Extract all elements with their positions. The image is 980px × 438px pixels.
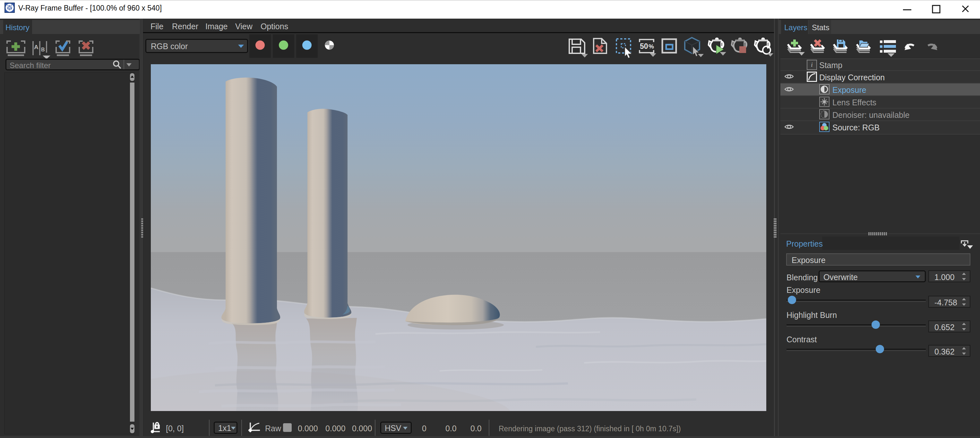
svg-text:B: B bbox=[41, 47, 45, 53]
svg-text:%: % bbox=[649, 43, 654, 50]
svg-text:A: A bbox=[34, 44, 38, 50]
svg-text:50: 50 bbox=[640, 42, 648, 50]
